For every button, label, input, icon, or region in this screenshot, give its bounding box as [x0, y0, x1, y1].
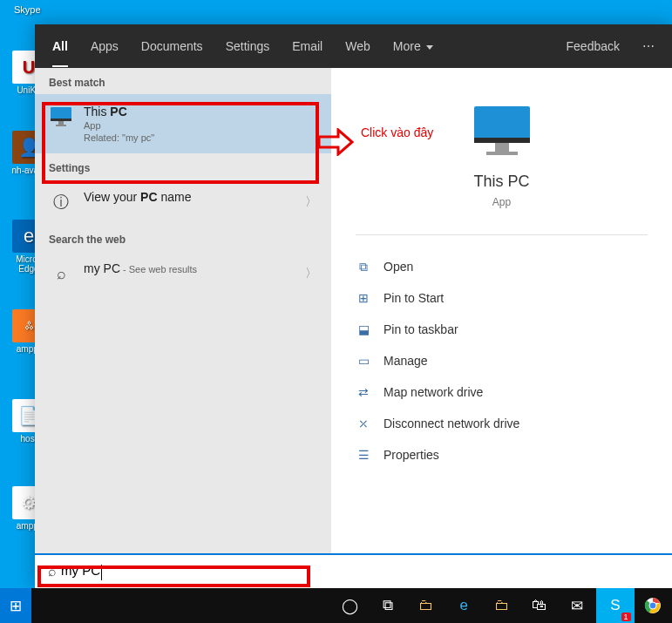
search-input[interactable]: my PC — [61, 563, 102, 579]
action-label: Open — [384, 260, 413, 274]
svg-rect-2 — [58, 121, 64, 125]
preview-pane: This PC App ⧉Open ⊞Pin to Start ⬓Pin to … — [331, 68, 672, 553]
start-button[interactable]: ⊞ — [0, 588, 31, 623]
section-settings: Settings — [35, 153, 331, 179]
info-icon: ⓘ — [49, 190, 73, 214]
action-label: Disconnect network drive — [384, 416, 519, 430]
result-subtitle: App — [84, 120, 317, 131]
action-label: Map network drive — [384, 385, 483, 399]
chevron-right-icon: 〉 — [305, 194, 317, 210]
search-bar[interactable]: ⌕ my PC — [35, 553, 672, 588]
svg-rect-6 — [495, 143, 509, 152]
chevron-right-icon: 〉 — [305, 266, 317, 281]
properties-icon: ☰ — [356, 447, 371, 463]
search-panel: All Apps Documents Settings Email Web Mo… — [35, 24, 672, 588]
action-label: Pin to taskbar — [384, 322, 458, 336]
section-search-web: Search the web — [35, 225, 331, 251]
explorer-icon[interactable]: 🗀 — [407, 588, 445, 623]
result-title: my PC — [84, 261, 120, 275]
taskbar: ⊞ ◯ ⧉ 🗀 e 🗀 🛍 ✉ S1 — [0, 588, 672, 623]
tab-email[interactable]: Email — [292, 39, 322, 53]
result-this-pc[interactable]: This PC App Related: "my pc" — [35, 94, 331, 153]
svg-rect-5 — [474, 138, 530, 143]
task-view-icon[interactable]: ⧉ — [370, 588, 407, 623]
map-drive-icon: ⇄ — [356, 384, 371, 400]
edge-icon[interactable]: e — [445, 588, 482, 623]
skype-taskbar-icon[interactable]: S1 — [596, 588, 634, 623]
action-map-drive[interactable]: ⇄Map network drive — [356, 376, 648, 408]
svg-rect-4 — [474, 106, 530, 143]
options-icon[interactable]: ⋯ — [642, 39, 655, 53]
filter-tabs: All Apps Documents Settings Email Web Mo… — [35, 24, 672, 68]
open-icon: ⧉ — [356, 259, 371, 274]
tab-more[interactable]: More — [393, 39, 433, 53]
svg-rect-3 — [56, 125, 66, 126]
action-disconnect-drive[interactable]: ⤫Disconnect network drive — [356, 408, 648, 439]
preview-subtitle: App — [356, 196, 648, 208]
context-actions: ⧉Open ⊞Pin to Start ⬓Pin to taskbar ▭Man… — [356, 234, 648, 471]
store-icon[interactable]: 🛍 — [520, 588, 558, 623]
skype-label: Skype — [14, 4, 41, 15]
action-open[interactable]: ⧉Open — [356, 251, 648, 282]
tab-apps[interactable]: Apps — [91, 39, 119, 53]
svg-rect-7 — [486, 152, 518, 155]
result-web-mypc[interactable]: ⌕ my PC - See web results 〉 — [35, 251, 331, 296]
preview-title: This PC — [356, 173, 648, 191]
search-icon: ⌕ — [49, 261, 73, 286]
action-label: Properties — [384, 448, 439, 462]
pin-taskbar-icon: ⬓ — [356, 322, 371, 337]
result-subtitle: - See web results — [120, 264, 197, 274]
pin-icon: ⊞ — [356, 290, 371, 306]
result-view-pc-name[interactable]: ⓘ View your PC name 〉 — [35, 179, 331, 225]
action-pin-start[interactable]: ⊞Pin to Start — [356, 282, 648, 314]
tab-all[interactable]: All — [52, 39, 68, 67]
monitor-icon — [49, 105, 73, 129]
result-related: Related: "my pc" — [84, 132, 317, 143]
action-label: Pin to Start — [384, 291, 444, 305]
action-pin-taskbar[interactable]: ⬓Pin to taskbar — [356, 314, 648, 345]
section-best-match: Best match — [35, 68, 331, 94]
svg-point-10 — [649, 602, 656, 609]
monitor-icon-large — [467, 103, 537, 164]
feedback-link[interactable]: Feedback — [567, 39, 620, 53]
tab-settings[interactable]: Settings — [226, 39, 270, 53]
action-properties[interactable]: ☰Properties — [356, 439, 648, 471]
mail-icon[interactable]: ✉ — [559, 588, 596, 623]
action-manage[interactable]: ▭Manage — [356, 345, 648, 376]
tab-documents[interactable]: Documents — [141, 39, 203, 53]
explorer2-icon[interactable]: 🗀 — [483, 588, 520, 623]
search-icon: ⌕ — [44, 564, 61, 579]
badge: 1 — [621, 613, 631, 621]
cortana-icon[interactable]: ◯ — [331, 588, 369, 623]
chrome-icon[interactable] — [635, 588, 672, 623]
results-list: Best match This PC App Related: "my pc" … — [35, 68, 331, 553]
tab-web[interactable]: Web — [345, 39, 370, 53]
annotation-arrow-icon — [319, 128, 354, 156]
disconnect-icon: ⤫ — [356, 416, 371, 431]
action-label: Manage — [384, 354, 428, 368]
manage-icon: ▭ — [356, 353, 371, 369]
annotation-text: Click vào đây — [361, 125, 433, 139]
result-title: This PC — [84, 105, 317, 119]
svg-rect-1 — [51, 119, 71, 121]
